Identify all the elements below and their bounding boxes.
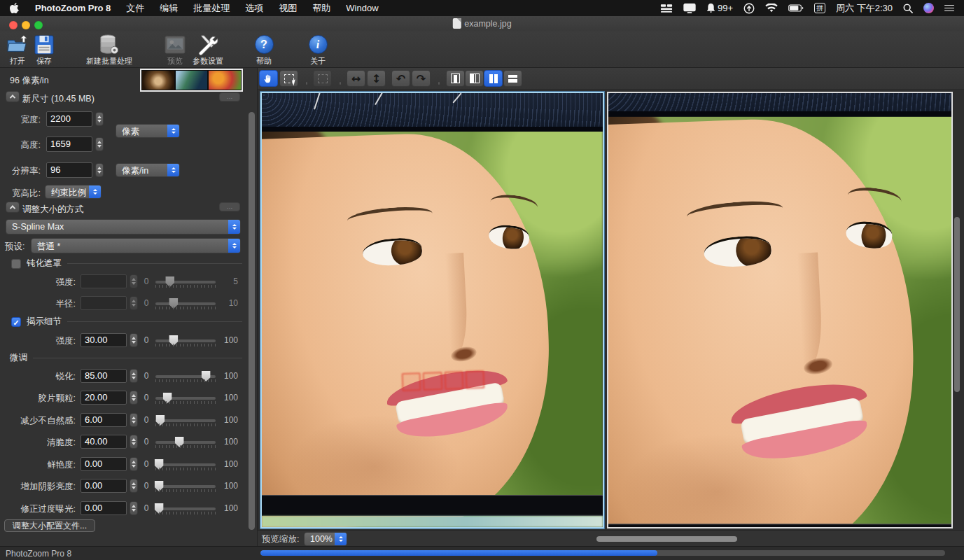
- preset-label: 预设:: [0, 241, 27, 253]
- view-single-button[interactable]: [446, 70, 465, 87]
- sidebar-scrollbar[interactable]: [249, 112, 255, 530]
- slider-value-input[interactable]: 6.00: [81, 413, 127, 427]
- slider-track[interactable]: [155, 485, 216, 488]
- rotate-right-icon: ↷: [417, 72, 426, 85]
- menu-item-edit[interactable]: 编辑: [160, 2, 178, 15]
- marquee-icon: [284, 74, 294, 83]
- zoom-window-button[interactable]: [34, 21, 43, 29]
- reveal-details-checkbox[interactable]: ✓: [11, 317, 21, 327]
- wifi-icon[interactable]: [765, 3, 778, 14]
- close-window-button[interactable]: [9, 21, 18, 29]
- slider-track[interactable]: [155, 441, 216, 444]
- shadow-brightness-row: 增加阴影亮度: 0.00 0 100: [0, 479, 245, 494]
- width-input[interactable]: 2200: [46, 111, 92, 127]
- flip-vertical-button[interactable]: ↕: [367, 70, 386, 87]
- slider-stepper[interactable]: [130, 457, 138, 471]
- input-method-icon[interactable]: 拼: [814, 3, 825, 13]
- view-split-button[interactable]: [465, 70, 484, 87]
- spotlight-search-icon[interactable]: [903, 3, 913, 14]
- battery-icon[interactable]: [788, 3, 804, 14]
- settings-button[interactable]: 参数设置: [183, 34, 233, 66]
- menu-clock[interactable]: 周六 下午2:30: [836, 2, 893, 15]
- slider-stepper[interactable]: [130, 369, 138, 383]
- stack-icon[interactable]: [660, 3, 673, 14]
- preview-zoom-dropdown[interactable]: 100%: [304, 532, 347, 546]
- upload-circle-icon[interactable]: [743, 3, 755, 14]
- slider-value-input[interactable]: 0.00: [81, 457, 127, 471]
- slider-track[interactable]: [155, 397, 216, 400]
- slider-stepper[interactable]: [130, 479, 138, 493]
- slider-track[interactable]: [155, 281, 216, 284]
- slider-value-input[interactable]: 20.00: [81, 391, 127, 405]
- view-top-bottom-button[interactable]: [503, 70, 522, 87]
- menu-app-name[interactable]: PhotoZoom Pro 8: [35, 3, 111, 13]
- slider-stepper[interactable]: [130, 296, 138, 310]
- menu-item-help[interactable]: 帮助: [312, 2, 330, 15]
- height-input[interactable]: 1659: [46, 136, 92, 152]
- notification-center-icon[interactable]: [944, 3, 954, 13]
- resize-method-more-button[interactable]: …: [219, 202, 240, 211]
- unsharp-mask-checkbox[interactable]: [11, 259, 21, 269]
- slider-track[interactable]: [155, 375, 216, 378]
- resolution-unit-dropdown[interactable]: 像素/in: [116, 163, 180, 177]
- new-size-more-button[interactable]: …: [219, 92, 240, 102]
- slider-value-input[interactable]: 85.00: [81, 369, 127, 383]
- resize-method-dropdown[interactable]: S-Spline Max: [6, 219, 241, 234]
- view-side-by-side-button[interactable]: [484, 70, 503, 87]
- preview-vertical-scrollbar[interactable]: [954, 217, 960, 392]
- slider-value-input[interactable]: 0.00: [81, 501, 127, 515]
- save-button[interactable]: 保存: [19, 34, 69, 66]
- slider-track[interactable]: [155, 419, 216, 422]
- notification-bell-icon[interactable]: 99+: [706, 3, 733, 14]
- slider-value-input[interactable]: 30.00: [81, 333, 127, 347]
- slider-value-input[interactable]: 40.00: [81, 435, 127, 449]
- chevron-updown-icon: [228, 220, 240, 234]
- slider-stepper[interactable]: [130, 501, 138, 515]
- menu-item-view[interactable]: 视图: [279, 2, 297, 15]
- slider-track[interactable]: [155, 340, 216, 342]
- slider-track[interactable]: [155, 463, 216, 466]
- crop-tool-button[interactable]: [313, 70, 332, 87]
- slider-value-input[interactable]: [81, 296, 127, 310]
- slider-track[interactable]: [155, 302, 216, 305]
- apple-menu-icon[interactable]: [10, 3, 20, 14]
- width-stepper[interactable]: [95, 112, 104, 126]
- slider-label: 清脆度:: [0, 437, 76, 449]
- resolution-stepper[interactable]: [95, 163, 104, 177]
- resize-profiles-button[interactable]: 调整大小配置文件...: [4, 519, 95, 532]
- resolution-input[interactable]: 96: [46, 162, 92, 178]
- menu-item-options[interactable]: 选项: [245, 2, 263, 15]
- rotate-right-button[interactable]: ↷: [412, 70, 431, 87]
- sample-filmstrip-thumbnail: [140, 69, 243, 92]
- menu-item-file[interactable]: 文件: [126, 2, 144, 15]
- flip-horizontal-button[interactable]: ↔: [347, 70, 365, 87]
- new-batch-button[interactable]: 新建批量处理: [84, 34, 134, 66]
- preview-pane-enlarged[interactable]: [607, 92, 953, 528]
- slider-track[interactable]: [155, 507, 216, 510]
- about-button[interactable]: i 关于: [293, 34, 343, 66]
- preview-horizontal-scrollbar[interactable]: [596, 536, 737, 542]
- slider-stepper[interactable]: [130, 435, 138, 449]
- display-icon[interactable]: [683, 3, 696, 14]
- resize-method-collapse-button[interactable]: [6, 202, 20, 213]
- slider-stepper[interactable]: [130, 391, 138, 405]
- size-unit-dropdown[interactable]: 像素: [116, 124, 180, 138]
- slider-stepper[interactable]: [130, 413, 138, 427]
- help-button[interactable]: ? 帮助: [239, 34, 289, 66]
- minimize-window-button[interactable]: [22, 21, 30, 29]
- slider-value-input[interactable]: 0.00: [81, 479, 127, 493]
- marquee-tool-button[interactable]: [279, 70, 298, 87]
- rotate-left-button[interactable]: ↶: [391, 70, 410, 87]
- siri-icon[interactable]: [923, 3, 934, 13]
- slider-stepper[interactable]: [130, 333, 138, 347]
- menu-item-window[interactable]: Window: [346, 3, 378, 13]
- menu-item-batch[interactable]: 批量处理: [193, 2, 230, 15]
- hand-tool-button[interactable]: [259, 70, 278, 87]
- slider-stepper[interactable]: [130, 274, 138, 288]
- preview-pane-original[interactable]: [260, 92, 604, 528]
- preset-dropdown[interactable]: 普通 *: [31, 238, 241, 253]
- height-stepper[interactable]: [95, 137, 104, 151]
- aspect-dropdown[interactable]: 约束比例: [45, 185, 102, 199]
- slider-value-input[interactable]: [81, 274, 127, 288]
- new-size-collapse-button[interactable]: [6, 91, 20, 102]
